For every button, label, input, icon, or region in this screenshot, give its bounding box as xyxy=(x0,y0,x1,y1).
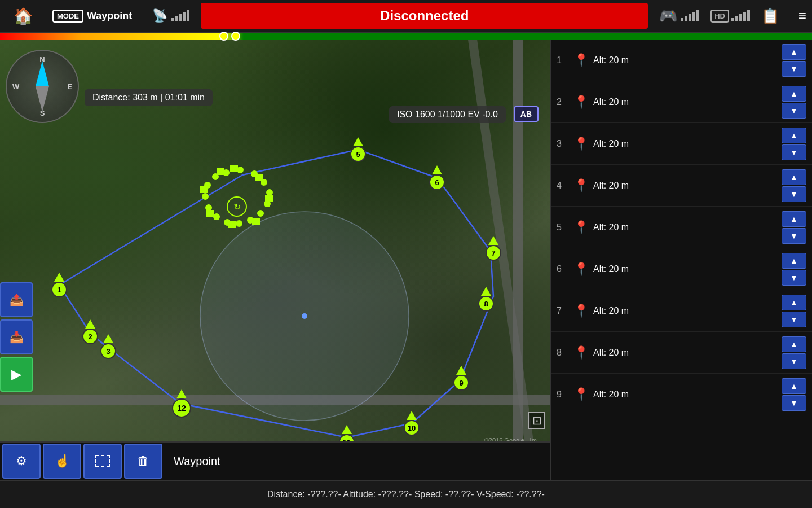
wp-pin-4: 📍 xyxy=(573,178,589,193)
wp7-label[interactable]: 7 xyxy=(486,245,501,261)
rbar2 xyxy=(685,16,687,21)
wp-increment-1[interactable]: ▲ xyxy=(782,44,806,60)
waypoint-3-marker[interactable]: 3 xyxy=(100,334,116,359)
waypoint-2-marker[interactable]: 2 xyxy=(82,319,98,344)
hbar3 xyxy=(739,14,742,21)
map-area[interactable]: 1 2 3 5 6 7 8 9 10 11 xyxy=(0,40,550,474)
orbit-tri-7 xyxy=(200,186,208,193)
waypoint-9-marker[interactable]: 9 xyxy=(453,366,469,391)
wp-increment-8[interactable]: ▲ xyxy=(782,336,806,352)
menu-section: ≡ xyxy=(785,0,812,32)
route-svg xyxy=(0,40,550,474)
wp-decrement-7[interactable]: ▼ xyxy=(782,312,806,327)
notepad-icon[interactable]: 📋 xyxy=(761,7,779,25)
signal-bars-sat xyxy=(171,10,189,21)
wp-pin-6: 📍 xyxy=(573,262,589,277)
wp-decrement-3[interactable]: ▼ xyxy=(782,144,806,160)
menu-icon[interactable]: ≡ xyxy=(798,8,806,24)
hand-icon: ☝ xyxy=(55,454,70,468)
wp8-label[interactable]: 8 xyxy=(478,296,494,312)
wp-pin-3: 📍 xyxy=(573,137,589,151)
rbar4 xyxy=(692,12,695,21)
orbit-dot-7 xyxy=(257,210,264,217)
wp9-label[interactable]: 9 xyxy=(453,375,469,391)
iso-info: ISO 1600 1/1000 EV -0.0 xyxy=(389,106,506,123)
bar4 xyxy=(183,12,186,21)
settings-button[interactable]: ⚙ xyxy=(2,444,41,479)
wp-increment-9[interactable]: ▲ xyxy=(782,378,806,394)
wp-row-num-9: 9 xyxy=(557,389,570,400)
wp-stepper-2: ▲ ▼ xyxy=(782,86,806,119)
satellite-icon: 📡 xyxy=(152,8,167,23)
wp-decrement-2[interactable]: ▼ xyxy=(782,103,806,119)
wp-increment-7[interactable]: ▲ xyxy=(782,295,806,310)
wp5-label[interactable]: 5 xyxy=(350,146,366,162)
wp-decrement-4[interactable]: ▼ xyxy=(782,186,806,202)
wp-increment-6[interactable]: ▲ xyxy=(782,253,806,269)
wp3-label[interactable]: 3 xyxy=(100,343,116,359)
status-bar: Distance: -???.??- Altitude: -???.??- Sp… xyxy=(0,480,812,508)
wp-row-num-7: 7 xyxy=(557,306,570,316)
rbar3 xyxy=(689,14,691,21)
wp-pin-9: 📍 xyxy=(573,387,589,402)
mode-section: MODE Waypoint xyxy=(47,0,147,32)
compass-west-label: W xyxy=(12,82,19,91)
waypoint-6-marker[interactable]: 6 xyxy=(429,165,445,190)
wp-decrement-6[interactable]: ▼ xyxy=(782,270,806,286)
waypoint-12-marker[interactable]: 12 xyxy=(172,389,191,418)
wp-increment-5[interactable]: ▲ xyxy=(782,211,806,227)
orbit-center-icon[interactable]: ↻ xyxy=(227,196,247,217)
waypoint-row-5: 5 📍 Alt: 20 m ▲ ▼ xyxy=(551,207,812,248)
select-rect-button[interactable] xyxy=(83,444,122,479)
waypoint-1-marker[interactable]: 1 xyxy=(51,273,67,297)
notepad-section: 📋 xyxy=(756,0,785,32)
compass-arrow-south xyxy=(36,86,49,112)
wp1-label[interactable]: 1 xyxy=(51,282,67,297)
rbar5 xyxy=(696,10,699,21)
wp-decrement-9[interactable]: ▼ xyxy=(782,395,806,411)
upload-button[interactable]: 📤 xyxy=(0,282,33,317)
wp12-label[interactable]: 12 xyxy=(172,398,191,418)
wp-pin-2: 📍 xyxy=(573,95,589,110)
right-panel: 1 📍 Alt: 20 m ▲ ▼ 2 📍 Alt: 20 m ▲ ▼ 3 📍 … xyxy=(550,40,812,508)
wp-increment-2[interactable]: ▲ xyxy=(782,86,806,102)
ab-button[interactable]: AB xyxy=(514,106,539,122)
download-button[interactable]: 📥 xyxy=(0,319,33,354)
orbit-tri-5 xyxy=(228,221,236,228)
wp2-label[interactable]: 2 xyxy=(82,329,98,344)
waypoint-10-marker[interactable]: 10 xyxy=(404,411,420,436)
wp-decrement-1[interactable]: ▼ xyxy=(782,61,806,77)
upload-icon: 📤 xyxy=(10,293,24,306)
expand-icon[interactable]: ⊡ xyxy=(528,412,545,429)
delete-button[interactable]: 🗑 xyxy=(124,444,162,479)
wp-increment-4[interactable]: ▲ xyxy=(782,169,806,185)
waypoint-row-9: 9 📍 Alt: 20 m ▲ ▼ xyxy=(551,374,812,415)
wp-row-num-1: 1 xyxy=(557,55,570,65)
bar3 xyxy=(179,14,182,21)
wp-decrement-5[interactable]: ▼ xyxy=(782,228,806,244)
home-icon[interactable]: 🏠 xyxy=(6,7,41,25)
wp-increment-3[interactable]: ▲ xyxy=(782,128,806,143)
bar1 xyxy=(171,18,174,21)
gear-icon: ⚙ xyxy=(16,454,27,468)
status-text: Distance: -???.??- Altitude: -???.??- Sp… xyxy=(267,489,545,500)
wp-decrement-8[interactable]: ▼ xyxy=(782,353,806,369)
wp10-label[interactable]: 10 xyxy=(404,420,420,436)
wp-alt-8: Alt: 20 m xyxy=(593,348,782,358)
orbit-tri-2 xyxy=(255,174,263,181)
wp6-label[interactable]: 6 xyxy=(429,174,445,190)
waypoint-7-marker[interactable]: 7 xyxy=(486,236,501,261)
disconnected-button[interactable]: Disconnected xyxy=(201,3,648,29)
mode-label[interactable]: Waypoint xyxy=(87,10,132,22)
waypoint-8-marker[interactable]: 8 xyxy=(478,287,494,312)
wp-stepper-3: ▲ ▼ xyxy=(782,128,806,160)
progress-dot-2 xyxy=(231,32,240,41)
hbar2 xyxy=(735,16,738,21)
wp-alt-1: Alt: 20 m xyxy=(593,55,782,65)
wp-pin-8: 📍 xyxy=(573,345,589,360)
waypoint-5-marker[interactable]: 5 xyxy=(350,137,366,162)
waypoint-row-7: 7 📍 Alt: 20 m ▲ ▼ xyxy=(551,290,812,332)
hand-tool-button[interactable]: ☝ xyxy=(43,444,81,479)
play-button[interactable]: ▶ xyxy=(0,357,33,392)
progress-dot-1 xyxy=(219,32,228,41)
